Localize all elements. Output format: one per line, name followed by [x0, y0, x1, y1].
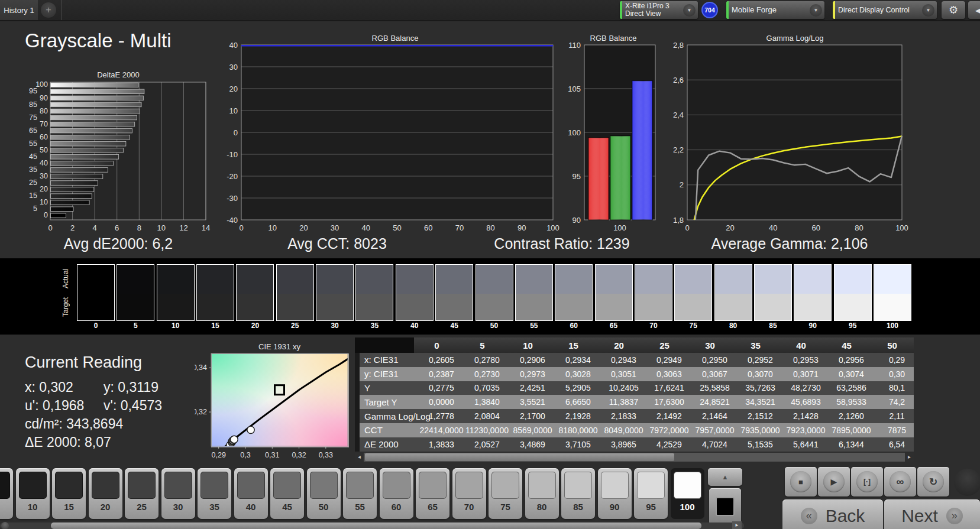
pattern-level-button-45[interactable]: 45: [270, 468, 304, 519]
pattern-level-button-50[interactable]: 50: [307, 468, 341, 519]
gamma-chart: 1,822,22,42,62,8020406080100: [666, 43, 908, 236]
display-control-dropdown[interactable]: Direct Display Control ▼: [833, 1, 937, 19]
pattern-level-button-55[interactable]: 55: [343, 468, 377, 519]
table-cell: 0,2943: [601, 353, 646, 367]
svg-text:80: 80: [486, 223, 494, 232]
pattern-level-button-35[interactable]: 35: [198, 468, 231, 519]
stop-measure-button[interactable]: ■: [785, 467, 817, 496]
table-cell: 4,7024: [692, 437, 738, 452]
table-cell: 0,2906: [510, 353, 555, 367]
svg-text:30: 30: [229, 63, 238, 72]
grayscale-level-label: 45: [435, 322, 473, 330]
pattern-bar-scrollbar[interactable]: ►: [0, 522, 744, 529]
loop-measure-button[interactable]: ↻: [917, 467, 949, 496]
pattern-window-button[interactable]: [709, 488, 741, 525]
single-measure-button[interactable]: [·]: [851, 467, 883, 496]
pattern-level-button-15[interactable]: 15: [52, 468, 86, 519]
settings-button[interactable]: ⚙: [942, 1, 965, 19]
table-scrollbar-thumb[interactable]: [365, 453, 674, 461]
table-column-header: 25: [642, 337, 687, 353]
display-status-stripe: [833, 1, 835, 19]
svg-text:10: 10: [268, 223, 276, 232]
pattern-level-button-25[interactable]: 25: [125, 468, 159, 519]
grayscale-swatch-55: [515, 264, 553, 321]
pattern-level-button-100[interactable]: 100: [671, 468, 704, 519]
pattern-scroll-right-button[interactable]: ►: [732, 521, 742, 529]
pattern-level-button-65[interactable]: 65: [416, 468, 449, 519]
pattern-swatch: [92, 472, 119, 499]
table-scroll-right-button[interactable]: ►: [905, 453, 914, 462]
meter-dropdown[interactable]: X-Rite i1Pro 3 Direct View ▼: [620, 1, 698, 19]
pattern-level-button-40[interactable]: 40: [234, 468, 268, 519]
collapse-toolbar-button[interactable]: ◀: [968, 1, 980, 19]
svg-text:65: 65: [29, 126, 37, 135]
chevron-down-icon[interactable]: ▼: [683, 4, 696, 17]
svg-text:-40: -40: [227, 216, 238, 225]
table-column-header: 20: [596, 337, 642, 353]
svg-text:4: 4: [93, 223, 97, 232]
pattern-level-button-90[interactable]: 90: [598, 468, 632, 519]
grayscale-level-label: 95: [834, 322, 872, 330]
svg-text:40: 40: [229, 43, 238, 50]
pattern-swatch: [19, 472, 47, 499]
pattern-level-button-80[interactable]: 80: [525, 468, 559, 519]
pattern-swatch: [200, 472, 228, 499]
pattern-level-button-70[interactable]: 70: [452, 468, 486, 519]
deltae-chart: 0246810121410095908580757065605550454035…: [18, 79, 219, 235]
actual-patch: [596, 265, 632, 294]
pattern-level-button-60[interactable]: 60: [380, 468, 413, 519]
row-label: y: CIE31: [360, 367, 419, 381]
pattern-level-button-10[interactable]: 10: [16, 468, 50, 519]
svg-text:100: 100: [546, 223, 559, 232]
chevron-down-icon[interactable]: ▼: [810, 4, 822, 17]
table-cell: 4,2529: [646, 437, 692, 452]
back-button[interactable]: « Back: [782, 499, 883, 529]
pattern-scroll-left-button[interactable]: [1, 522, 9, 529]
table-cell: 0,7035: [464, 381, 510, 395]
next-button[interactable]: Next »: [884, 499, 980, 529]
svg-text:100: 100: [568, 128, 581, 137]
svg-text:20: 20: [726, 223, 734, 232]
average-gamma-stat: Average Gamma: 2,106: [677, 235, 902, 255]
table-cell: 35,7263: [738, 381, 783, 395]
chevron-glyph: ▼: [926, 8, 931, 13]
continuous-measure-button[interactable]: ∞: [884, 467, 916, 496]
pattern-level-button-30[interactable]: 30: [161, 468, 195, 519]
inactive-circle-button[interactable]: [954, 469, 980, 496]
chevron-down-icon[interactable]: ▼: [922, 4, 934, 17]
back-button-label: Back: [826, 506, 865, 526]
pattern-level-button-95[interactable]: 95: [634, 468, 668, 519]
pattern-level-button-85[interactable]: 85: [561, 468, 595, 519]
pattern-swatch: [237, 472, 265, 499]
target-patch: [436, 294, 473, 320]
pattern-level-label: 95: [634, 502, 668, 512]
svg-text:0,32: 0,32: [292, 451, 306, 459]
pattern-level-button-20[interactable]: 20: [89, 468, 122, 519]
table-scrollbar[interactable]: ◄ ►: [355, 453, 914, 462]
actual-patch: [675, 265, 711, 294]
pattern-bar-expand-button[interactable]: ▲: [708, 468, 742, 486]
add-tab-button[interactable]: +: [41, 2, 56, 18]
table-scroll-left-button[interactable]: ◄: [355, 453, 364, 462]
table-column-header: 45: [824, 337, 869, 353]
grayscale-swatch-15: [196, 264, 234, 321]
target-patch: [316, 294, 353, 320]
pattern-level-label: 25: [125, 502, 159, 512]
pattern-level-button-75[interactable]: 75: [489, 468, 522, 519]
table-cell: 1,3833: [419, 437, 464, 452]
workflow-dropdown[interactable]: Mobile Forge ▼: [726, 1, 824, 19]
svg-text:80: 80: [855, 223, 863, 232]
meter-count-badge[interactable]: 704: [701, 2, 718, 18]
target-patch: [117, 294, 154, 320]
play-measure-button[interactable]: ▶: [818, 467, 850, 496]
table-cell: 8049,0000: [601, 423, 646, 437]
actual-patch: [635, 265, 672, 294]
svg-text:10: 10: [229, 106, 238, 115]
current-reading-value: v': 0,4573: [104, 398, 162, 414]
pattern-level-button-5[interactable]: 5: [0, 468, 13, 519]
pattern-scrollbar-thumb[interactable]: [51, 522, 701, 529]
table-cell: 3,7105: [555, 437, 601, 452]
table-cell: 6,1344: [829, 437, 874, 452]
history-tab[interactable]: History 1: [0, 0, 38, 20]
pattern-level-label: 60: [380, 502, 413, 512]
